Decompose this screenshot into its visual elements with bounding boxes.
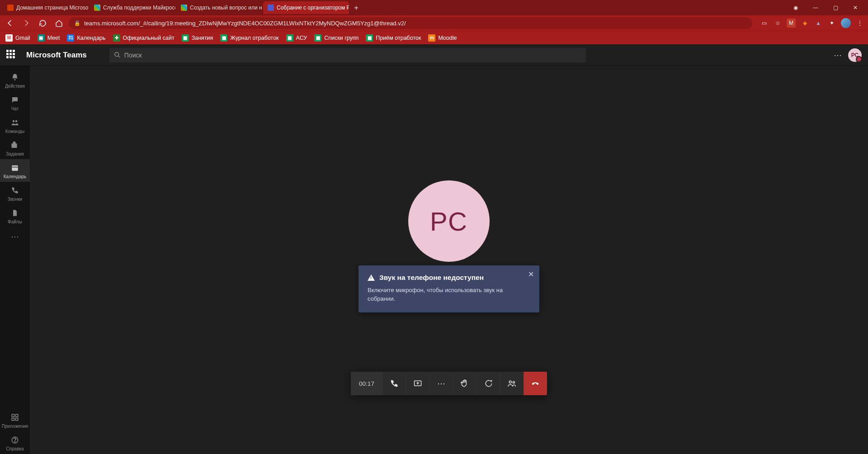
window-controls: ◉ — ▢ ✕ [786,0,865,15]
hang-up-button[interactable] [524,372,547,395]
app-launcher-icon[interactable] [6,50,17,61]
search-icon [114,52,121,58]
calendar-icon [10,163,20,173]
account-icon[interactable]: ◉ [786,0,806,15]
svg-rect-7 [12,414,14,416]
show-chat-button[interactable] [476,372,500,395]
browser-tab[interactable]: Создать новый вопрос или нач ✕ [176,1,262,14]
tab-title: Домашняя страница Microsoft O [16,5,89,11]
svg-point-2 [14,79,16,80]
call-timer: 00:17 [351,372,382,395]
notification-body: Включите микрофон, чтобы использовать зв… [368,286,530,303]
rail-files[interactable]: Файлы [0,204,30,227]
svg-point-3 [13,120,15,123]
bookmark-gmail[interactable]: MGmail [5,34,30,42]
side-rail: Действия Чат Команды Задания Календарь З… [0,66,30,454]
raise-hand-button[interactable] [453,372,476,395]
meeting-area: РС ✕ Звук на телефоне недоступен Включит… [30,66,868,454]
svg-rect-9 [12,418,14,421]
browser-toolbar: 🔒 teams.microsoft.com/_#/calling/19:meet… [0,15,868,31]
rail-assignments[interactable]: Задания [0,137,30,159]
show-participants-button[interactable] [500,372,524,395]
svg-point-12 [14,441,15,442]
bookmark-calendar[interactable]: 31Календарь [67,34,105,42]
browser-tab[interactable]: Домашняя страница Microsoft O ✕ [3,1,89,14]
svg-point-15 [513,381,514,383]
bookmark-meet[interactable]: ▣Meet [38,34,60,42]
audio-device-button[interactable] [382,372,406,395]
svg-line-1 [118,56,120,57]
address-bar[interactable]: 🔒 teams.microsoft.com/_#/calling/19:meet… [69,17,752,29]
browser-tab[interactable]: Служба поддержки Майкрософ ✕ [90,1,175,14]
svg-rect-8 [16,414,18,416]
bell-icon [10,72,20,82]
svg-point-0 [115,52,119,57]
rail-activity[interactable]: Действия [0,69,30,91]
bookmark-moodle[interactable]: mMoodle [428,34,457,42]
favicon-icon [7,5,14,11]
extension-icon[interactable]: ◆ [800,19,809,28]
svg-point-4 [15,120,18,123]
chrome-menu-icon[interactable]: ⋮ [855,19,864,28]
apps-icon [10,412,20,422]
search-input[interactable]: Поиск [109,48,586,62]
bookmark-asu[interactable]: ▦АСУ [286,34,307,42]
close-window-button[interactable]: ✕ [845,0,865,15]
new-tab-button[interactable]: ＋ [350,1,363,14]
rail-more-icon[interactable]: ⋯ [11,227,19,246]
audio-unavailable-notification: ✕ Звук на телефоне недоступен Включите м… [359,265,539,312]
phone-icon [10,185,20,195]
user-avatar[interactable]: РС [848,48,862,62]
notification-title: Звук на телефоне недоступен [379,274,484,282]
teams-header: Microsoft Teams Поиск ⋯ РС [0,44,868,66]
more-actions-button[interactable]: ⋯ [429,372,453,395]
rail-chat[interactable]: Чат [0,91,30,114]
svg-rect-5 [12,166,18,171]
rail-help[interactable]: Справка [0,431,30,454]
more-options-icon[interactable]: ⋯ [834,50,842,60]
forward-button[interactable] [20,17,33,29]
reload-button[interactable] [36,17,49,29]
toolbar-actions: ▭ ☆ M ◆ ▲ ✦ ⋮ [760,18,864,28]
bookmark-reception[interactable]: ▦Приём отработок [366,34,421,42]
star-icon[interactable]: ☆ [773,19,782,28]
rail-calendar[interactable]: Календарь [0,159,30,182]
camera-icon[interactable]: ▭ [760,19,769,28]
chat-icon [10,95,20,105]
rail-calls[interactable]: Звонки [0,182,30,204]
favicon-icon [94,5,100,11]
favicon-icon [181,5,187,11]
lock-icon: 🔒 [74,20,80,26]
extension-icon[interactable]: M [787,19,796,28]
svg-point-14 [509,381,512,383]
bookmarks-bar: MGmail ▣Meet 31Календарь ✚Официальный са… [0,31,868,44]
back-button[interactable] [4,17,16,29]
extension-icon[interactable]: ▲ [814,19,823,28]
rail-teams[interactable]: Команды [0,114,30,137]
tab-title: Служба поддержки Майкрософ [103,5,175,11]
app-title: Microsoft Teams [26,51,87,60]
extensions-menu-icon[interactable]: ✦ [827,19,836,28]
favicon-icon [268,5,274,11]
warning-icon [368,274,375,281]
workspace: Действия Чат Команды Задания Календарь З… [0,66,868,454]
close-notification-button[interactable]: ✕ [528,270,534,279]
file-icon [10,208,20,218]
maximize-button[interactable]: ▢ [826,0,845,15]
minimize-button[interactable]: — [806,0,826,15]
help-icon [10,435,20,445]
tab-title: Создать новый вопрос или нач [190,5,262,11]
browser-tab-active[interactable]: Собрание с организатором Рук ✕ [263,1,349,14]
url-text: teams.microsoft.com/_#/calling/19:meetin… [84,20,406,27]
bookmark-lists[interactable]: ▦Списки групп [314,34,359,42]
profile-avatar[interactable] [841,18,851,28]
rail-apps[interactable]: Приложения [0,409,30,431]
bookmark-lessons[interactable]: ▦Занятия [182,34,213,42]
svg-rect-10 [16,418,18,421]
home-button[interactable] [52,17,65,29]
search-placeholder: Поиск [124,52,142,59]
share-screen-button[interactable] [406,372,429,395]
participant-avatar: РС [408,180,490,262]
bookmark-journal[interactable]: ▦Журнал отработок [220,34,278,42]
bookmark-official[interactable]: ✚Официальный сайт [113,34,175,42]
